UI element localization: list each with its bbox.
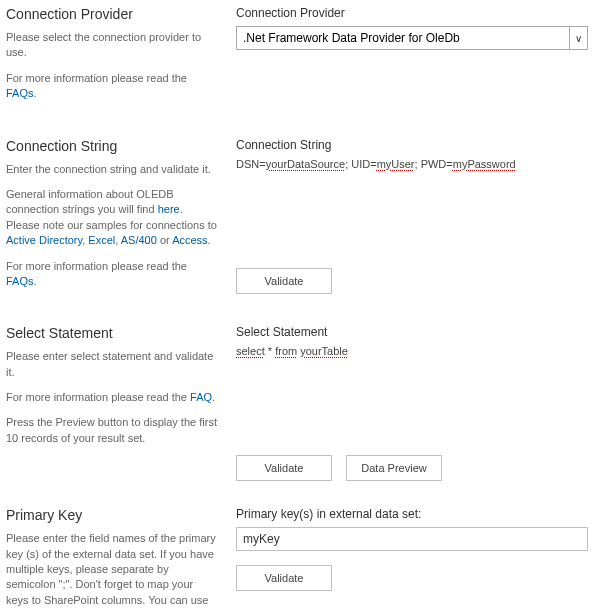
section-left: Select Statement Please enter select sta…	[6, 325, 236, 481]
preview-hint: Press the Preview button to display the …	[6, 415, 218, 446]
label-connection-string: Connection String	[236, 138, 588, 152]
select-wrap: .Net Framework Data Provider for OleDb ∨	[236, 26, 588, 50]
sep: .	[208, 234, 211, 246]
button-row: Validate	[236, 268, 588, 294]
heading-select-statement: Select Statement	[6, 325, 218, 341]
more-info-text: For more information please read the	[6, 391, 190, 403]
connection-provider-select[interactable]: .Net Framework Data Provider for OleDb	[236, 26, 588, 50]
validate-button[interactable]: Validate	[236, 268, 332, 294]
select-statement-textarea[interactable]: select * from yourTable	[236, 345, 588, 441]
heading-connection-string: Connection String	[6, 138, 218, 154]
label-connection-provider: Connection Provider	[236, 6, 588, 20]
connection-string-textarea[interactable]: DSN=yourDataSource; UID=myUser; PWD=myPa…	[236, 158, 588, 254]
section-connection-provider: Connection Provider Please select the co…	[6, 6, 594, 112]
validate-button[interactable]: Validate	[236, 455, 332, 481]
more-info-text: For more information please read the	[6, 260, 187, 272]
primary-key-input[interactable]	[236, 527, 588, 551]
section-right: Connection String DSN=yourDataSource; UI…	[236, 138, 594, 300]
desc-connection-provider: Please select the connection provider to…	[6, 30, 218, 61]
here-link[interactable]: here	[158, 203, 180, 215]
faqs-link[interactable]: FAQs	[6, 275, 34, 287]
button-row: Validate	[236, 565, 588, 591]
data-preview-button[interactable]: Data Preview	[346, 455, 442, 481]
desc-primary-key: Please enter the field names of the prim…	[6, 531, 218, 610]
heading-connection-provider: Connection Provider	[6, 6, 218, 22]
section-left: Connection String Enter the connection s…	[6, 138, 236, 300]
sep: or	[157, 234, 172, 246]
more-info: For more information please read the FAQ…	[6, 390, 218, 405]
more-info-text: For more information please read the	[6, 72, 187, 84]
section-left: Connection Provider Please select the co…	[6, 6, 236, 112]
section-left: Primary Key Please enter the field names…	[6, 507, 236, 610]
faqs-link[interactable]: FAQs	[6, 87, 34, 99]
access-link[interactable]: Access	[172, 234, 207, 246]
desc-select-statement: Please enter select statement and valida…	[6, 349, 218, 380]
heading-primary-key: Primary Key	[6, 507, 218, 523]
section-right: Connection Provider .Net Framework Data …	[236, 6, 594, 112]
as400-link[interactable]: AS/400	[121, 234, 157, 246]
gen-text: General information about OLEDB connecti…	[6, 188, 174, 215]
more-info: For more information please read the FAQ…	[6, 259, 218, 290]
button-row: Validate Data Preview	[236, 455, 588, 481]
excel-link[interactable]: Excel	[88, 234, 115, 246]
validate-button[interactable]: Validate	[236, 565, 332, 591]
faq-link[interactable]: FAQ	[190, 391, 212, 403]
section-primary-key: Primary Key Please enter the field names…	[6, 507, 594, 610]
section-select-statement: Select Statement Please enter select sta…	[6, 325, 594, 481]
section-right: Primary key(s) in external data set: Val…	[236, 507, 594, 610]
section-connection-string: Connection String Enter the connection s…	[6, 138, 594, 300]
label-primary-key: Primary key(s) in external data set:	[236, 507, 588, 521]
section-right: Select Statement select * from yourTable…	[236, 325, 594, 481]
active-directory-link[interactable]: Active Directory	[6, 234, 82, 246]
desc-connection-string: Enter the connection string and validate…	[6, 162, 218, 177]
label-select-statement: Select Statement	[236, 325, 588, 339]
general-info: General information about OLEDB connecti…	[6, 187, 218, 249]
more-info: For more information please read the FAQ…	[6, 71, 218, 102]
